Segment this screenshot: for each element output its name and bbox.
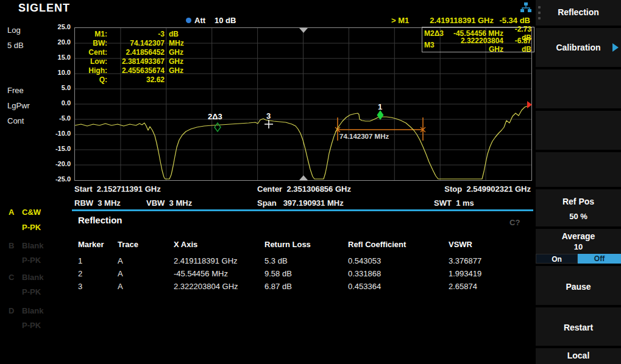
average-on-option[interactable]: On xyxy=(536,254,578,264)
trace-a-mode: C&W xyxy=(22,208,41,217)
local-button[interactable]: Local xyxy=(536,348,621,364)
scale-type-label: Log xyxy=(7,26,21,35)
softkey-blank-2[interactable] xyxy=(536,111,621,150)
measure-title: Reflection xyxy=(78,215,122,225)
panel-grip-icon xyxy=(538,17,541,19)
start-frequency: Start 2.152711391 GHz xyxy=(74,184,161,194)
trigger-label: Free xyxy=(7,86,24,95)
ref-pos-button[interactable]: Ref Pos 50 % xyxy=(536,189,621,226)
col-header-marker: Marker xyxy=(78,240,104,249)
average-value: 10 xyxy=(536,242,621,251)
y-tick: -15.0 xyxy=(43,145,71,153)
trace-c-id: C xyxy=(9,273,14,282)
softkey-blank-3[interactable] xyxy=(536,152,621,187)
trace-a-id: A xyxy=(9,208,14,217)
submenu-arrow-icon xyxy=(612,43,619,52)
panel-grip-icon xyxy=(538,12,541,14)
sweep-mode-label: Cont xyxy=(7,116,24,125)
trace-d-detector: P-PK xyxy=(22,321,41,330)
trace-c-detector: P-PK xyxy=(22,287,41,296)
trace-d-mode: Blank xyxy=(22,306,43,315)
marker1-name: > M1 xyxy=(391,16,423,25)
att-indicator-dot xyxy=(186,18,191,23)
sweep-time-value: SWT 1 ms xyxy=(434,198,474,208)
analyzer-screen: SIGLENT Att 10 dB > M1 2.419118391 GHz -… xyxy=(0,0,621,364)
trace-a-detector: P-PK xyxy=(22,223,41,232)
y-tick: 15.0 xyxy=(43,54,71,62)
col-header-refl-coeff: Refl Coefficient xyxy=(348,240,406,249)
svg-text:2Δ3: 2Δ3 xyxy=(208,112,222,121)
ref-pos-label: Ref Pos xyxy=(536,197,621,206)
marker1-frequency: 2.419118391 GHz xyxy=(423,16,494,25)
softkey-blank-1[interactable] xyxy=(536,69,621,108)
average-toggle: On Off xyxy=(536,254,621,264)
lan-network-icon[interactable] xyxy=(520,2,532,14)
marker3-frequency: 2.322203804 GHz xyxy=(452,37,503,54)
col-header-vswr: VSWR xyxy=(449,240,472,249)
section-divider xyxy=(72,209,533,211)
pause-button[interactable]: Pause xyxy=(536,266,621,305)
col-header-xaxis: X Axis xyxy=(174,240,197,249)
y-tick: -20.0 xyxy=(43,160,71,169)
calibration-button[interactable]: Calibration xyxy=(536,28,621,67)
vbw-value: VBW 3 MHz xyxy=(146,198,192,208)
menu-title: Reflection xyxy=(536,7,621,17)
average-button[interactable]: Average 10 On Off xyxy=(536,229,621,264)
span-value: Span 397.190931 MHz xyxy=(257,198,344,208)
trace-b-detector: P-PK xyxy=(22,256,41,265)
power-mode-label: LgPwr xyxy=(7,101,30,110)
center-frequency: Center 2.351306856 GHz xyxy=(257,184,351,194)
att-label: Att xyxy=(194,16,205,25)
delta-marker-readout-box: M2Δ3 -45.54456 MHz -2.73 dB M3 2.3222038… xyxy=(422,27,534,52)
trace-b-mode: Blank xyxy=(22,241,43,250)
marker-peak-info: M1:-3dB BW:74.142307MHz Cent:2.41856452G… xyxy=(79,30,191,85)
menu-header: Reflection xyxy=(536,0,621,26)
trace-b-id: B xyxy=(9,241,14,250)
marker3-name: M3 xyxy=(422,41,452,49)
marker2-name: M2Δ3 xyxy=(422,29,452,38)
trace-d-id: D xyxy=(9,306,14,315)
ref-pos-value: 50 % xyxy=(536,212,621,221)
att-value: 10 dB xyxy=(215,16,236,25)
y-tick: 5.0 xyxy=(43,84,71,93)
softkey-menu: Reflection Calibration Ref Pos 50 % Aver… xyxy=(536,0,621,364)
brand-logo: SIGLENT xyxy=(18,2,70,15)
average-off-option[interactable]: Off xyxy=(578,254,621,264)
col-header-trace: Trace xyxy=(118,240,138,249)
svg-text:74.142307 MHz: 74.142307 MHz xyxy=(339,133,389,140)
y-tick: -5.0 xyxy=(43,114,71,123)
scale-div-label: 5 dB xyxy=(7,41,24,50)
marker3-amplitude: -6.87 dB xyxy=(503,37,531,54)
restart-button[interactable]: Restart xyxy=(536,307,621,346)
y-tick: -25.0 xyxy=(43,175,71,184)
svg-text:1: 1 xyxy=(378,102,382,111)
col-header-return-loss: Return Loss xyxy=(264,240,311,249)
marker1-readout: > M1 2.419118391 GHz -5.34 dB xyxy=(391,16,530,25)
y-tick: -10.0 xyxy=(43,130,71,138)
y-tick: 10.0 xyxy=(43,69,71,77)
average-label: Average xyxy=(536,231,621,241)
panel-grip-icon xyxy=(538,6,541,9)
marker1-amplitude: -5.34 dB xyxy=(494,16,530,25)
trace-c-mode: Blank xyxy=(22,273,43,282)
y-tick: 0.0 xyxy=(43,99,71,108)
y-tick: 20.0 xyxy=(43,38,71,47)
y-tick: 25.0 xyxy=(43,23,71,32)
svg-text:3: 3 xyxy=(266,111,271,121)
rbw-value: RBW 3 MHz xyxy=(74,198,121,208)
correction-flag: C? xyxy=(509,218,520,227)
stop-frequency: Stop 2.549902321 GHz xyxy=(427,184,531,194)
